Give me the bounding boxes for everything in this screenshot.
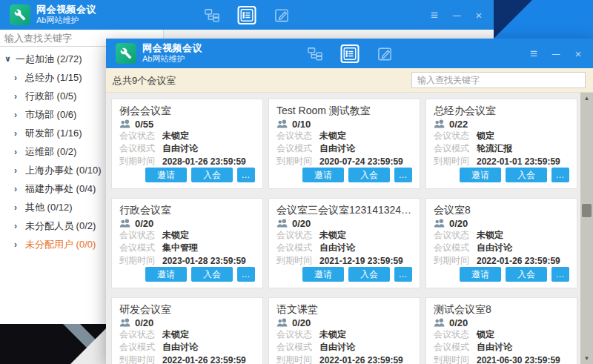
invite-button[interactable]: 邀请 [460,168,501,182]
room-statusbar: 总共9个会议室 [106,68,593,93]
room-list-icon[interactable] [340,44,359,63]
chevron-icon: › [14,222,25,231]
meeting-room-card: 例会会议室 0/55 会议状态 未锁定 会议模式 自由讨论 到期时间 2028-… [111,99,263,189]
expire-label: 到期时间 [119,254,162,267]
app-title: 网会视频会议 [36,4,96,16]
more-button[interactable]: … [237,168,255,182]
expire-value: 2028-01-26 23:59:59 [162,156,246,167]
expire-label: 到期时间 [276,354,319,364]
org-chart-icon[interactable] [307,46,322,62]
expire-label: 到期时间 [434,155,477,168]
front-titlebar: 网会视频会议 Ab网站维护 ≡ ─ × [106,39,593,68]
more-button[interactable]: … [394,168,412,182]
edit-icon[interactable] [377,46,392,62]
wallpaper-navy-triangle [494,0,593,39]
more-button[interactable]: … [551,168,569,182]
minimize-icon[interactable]: ─ [550,48,562,59]
more-button[interactable]: … [394,267,412,282]
status-row: 会议状态 未锁定 [119,130,255,142]
close-icon[interactable]: × [572,48,584,59]
desktop: 网会视频会议 Ab网站维护 ≡ ─ × [0,0,593,364]
mode-label: 会议模式 [119,142,162,155]
room-list-icon[interactable] [238,6,256,24]
join-button[interactable]: 入会 [506,168,547,182]
join-button[interactable]: 入会 [191,267,233,282]
expire-value: 2021-06-30 23:59:59 [477,355,560,364]
mode-label: 会议模式 [276,341,319,354]
meeting-room-card: Test Room 测试教室 0/10 会议状态 未锁定 会议模式 自由讨论 到… [268,99,420,189]
participant-count: 0/10 [292,119,311,130]
expire-value: 2022-01-26 23:59:59 [319,355,403,364]
menu-icon[interactable]: ≡ [428,9,440,21]
join-button[interactable]: 入会 [348,267,390,282]
edit-icon[interactable] [274,7,290,23]
status-label: 会议状态 [119,229,162,242]
menu-icon[interactable]: ≡ [528,47,540,60]
mode-label: 会议模式 [276,242,319,254]
room-search-input[interactable] [411,72,586,88]
meeting-room-card: 研发会议室 0/20 会议状态 未锁定 会议模式 自由讨论 到期时间 2022-… [111,297,263,364]
participant-row: 0/20 [119,317,255,328]
tree-item-label: 上海办事处 (0/10) [25,164,102,177]
mode-label: 会议模式 [276,142,319,155]
invite-button[interactable]: 邀请 [460,267,501,282]
front-window-controls: ≡ ─ × [528,39,584,68]
app-subtitle: Ab网站维护 [36,16,96,25]
app-identity: 网会视频会议 Ab网站维护 [106,43,202,64]
room-title: 例会会议室 [119,105,255,116]
expire-value: 2020-07-24 23:59:59 [319,156,403,167]
join-button[interactable]: 入会 [506,267,547,282]
invite-button[interactable]: 邀请 [145,267,187,282]
room-title: 语文课堂 [276,303,412,314]
minimize-icon[interactable]: ─ [451,10,463,21]
expire-row: 到期时间 2022-01-26 23:59:59 [119,354,255,364]
scroll-down-icon[interactable]: ▼ [580,353,593,364]
invite-button[interactable]: 邀请 [302,168,344,182]
mode-row: 会议模式 集中管理 [119,242,255,254]
card-actions: 邀请 入会 … [119,168,255,182]
status-row: 会议状态 未锁定 [119,328,255,341]
mode-label: 会议模式 [434,142,477,155]
more-button[interactable]: … [551,267,569,282]
expire-value: 2022-01-01 23:59:59 [477,156,560,167]
join-button[interactable]: 入会 [348,168,390,182]
status-value: 未锁定 [319,229,346,242]
card-actions: 邀请 入会 … [434,267,569,282]
participant-count: 0/20 [292,317,311,328]
mode-row: 会议模式 轮流汇报 [434,142,569,155]
mode-label: 会议模式 [434,341,477,354]
mode-value: 自由讨论 [319,341,355,354]
expire-row: 到期时间 2021-12-19 23:59:59 [276,254,412,267]
mode-row: 会议模式 自由讨论 [119,341,255,354]
tree-item-label: 福建办事处 (0/4) [25,182,96,196]
status-value: 未锁定 [162,229,189,242]
expire-row: 到期时间 2021-06-30 23:59:59 [434,354,569,364]
tree-item-label: 市场部 (0/6) [25,108,76,122]
chevron-icon: › [14,148,25,156]
room-title: 行政会议室 [119,204,255,215]
invite-button[interactable]: 邀请 [145,168,187,182]
back-toolbar-icons [205,0,290,30]
participant-row: 0/20 [276,217,412,229]
status-label: 会议状态 [434,130,477,142]
vertical-scrollbar[interactable]: ▲ ▼ [580,93,593,364]
room-title: 会议室8 [434,204,569,215]
chevron-icon: › [14,166,25,175]
status-value: 未锁定 [477,229,503,242]
status-value: 锁定 [477,130,494,142]
room-title: Test Room 测试教室 [276,105,412,116]
mode-value: 自由讨论 [319,142,355,155]
scroll-up-icon[interactable]: ▲ [580,93,593,104]
join-button[interactable]: 入会 [191,168,233,182]
mode-row: 会议模式 自由讨论 [434,341,569,354]
tree-item-label: 运维部 (0/2) [25,145,76,159]
close-icon[interactable]: × [473,10,485,21]
expire-label: 到期时间 [434,254,477,267]
more-button[interactable]: … [237,267,255,282]
scrollbar-thumb[interactable] [582,204,592,217]
meeting-room-card: 行政会议室 0/20 会议状态 未锁定 会议模式 集中管理 到期时间 2023-… [111,198,263,288]
org-chart-icon[interactable] [205,7,220,23]
invite-button[interactable]: 邀请 [302,267,344,282]
mode-value: 自由讨论 [162,341,198,354]
mode-row: 会议模式 自由讨论 [276,142,412,155]
